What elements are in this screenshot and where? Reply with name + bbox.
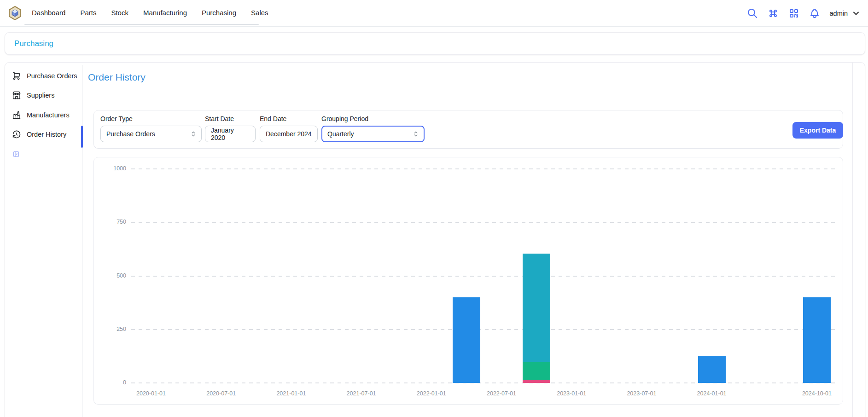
sidebar-item-label: Suppliers bbox=[27, 92, 54, 99]
y-axis-tick: 500 bbox=[94, 272, 126, 279]
y-gridline-1000 bbox=[131, 168, 838, 169]
export-data-button[interactable]: Export Data bbox=[792, 122, 843, 139]
x-axis-tick: 2023-01-01 bbox=[544, 390, 599, 397]
tab-parts[interactable]: Parts bbox=[73, 0, 104, 25]
navbar-actions: admin bbox=[747, 0, 861, 26]
x-axis-tick: 2024-10-01 bbox=[789, 390, 845, 397]
tab-dashboard[interactable]: Dashboard bbox=[24, 0, 73, 25]
sidebar-item-label: Manufacturers bbox=[27, 111, 70, 119]
y-gridline-250 bbox=[131, 329, 838, 330]
order-type-label: Order Type bbox=[100, 115, 202, 122]
y-axis-tick: 0 bbox=[94, 379, 126, 386]
qrcode-icon[interactable] bbox=[788, 8, 799, 19]
title-divider bbox=[88, 101, 855, 101]
filter-panel: Order Type Purchase Orders Start Date Ja… bbox=[93, 110, 843, 149]
page-title: Order History bbox=[88, 72, 146, 83]
x-axis-tick: 2021-07-01 bbox=[334, 390, 389, 397]
y-axis-tick: 1000 bbox=[94, 165, 126, 172]
sidebar-item-manufacturers[interactable]: Manufacturers bbox=[12, 108, 81, 122]
bar-2024-01-01-blue-segment[interactable] bbox=[698, 356, 726, 383]
selector-icon bbox=[190, 130, 197, 138]
end-date-input[interactable]: December 2024 bbox=[260, 126, 318, 142]
x-axis-tick: 2022-07-01 bbox=[474, 390, 529, 397]
chevron-down-icon bbox=[851, 9, 861, 18]
tab-manufacturing[interactable]: Manufacturing bbox=[136, 0, 194, 25]
tab-sales[interactable]: Sales bbox=[244, 0, 276, 25]
sidebar-divider bbox=[82, 65, 82, 417]
y-axis-tick: 250 bbox=[94, 326, 126, 332]
order-history-chart: 025050075010002020-01-012020-07-012021-0… bbox=[93, 157, 843, 405]
bar-2024-10-01-blue-segment[interactable] bbox=[803, 297, 831, 383]
grouping-period-value: Quarterly bbox=[327, 130, 354, 138]
end-date-label: End Date bbox=[260, 115, 318, 122]
bar-2022-10-01-pink-segment[interactable] bbox=[523, 380, 550, 383]
order-type-value: Purchase Orders bbox=[106, 130, 155, 138]
selector-icon bbox=[412, 130, 419, 138]
sidebar-item-order-history[interactable]: Order History bbox=[12, 127, 81, 141]
username-label: admin bbox=[830, 10, 848, 17]
scrollbar[interactable] bbox=[848, 63, 853, 417]
x-axis-tick: 2020-01-01 bbox=[123, 390, 179, 397]
app-window: DashboardPartsStockManufacturingPurchasi… bbox=[0, 0, 868, 417]
order-type-select[interactable]: Purchase Orders bbox=[100, 126, 202, 142]
grouping-period-select[interactable]: Quarterly bbox=[321, 126, 425, 142]
sidebar-item-purchase-orders[interactable]: Purchase Orders bbox=[12, 69, 81, 83]
bar-2022-04-01-blue-segment[interactable] bbox=[453, 297, 480, 383]
end-date-value: December 2024 bbox=[266, 130, 312, 138]
content-panel: Purchase OrdersSuppliersManufacturersOrd… bbox=[5, 62, 865, 417]
shopping-cart-icon bbox=[12, 71, 21, 81]
x-axis-tick: 2021-01-01 bbox=[263, 390, 319, 397]
user-menu[interactable]: admin bbox=[830, 9, 861, 18]
breadcrumb-panel: Purchasing bbox=[5, 32, 865, 55]
sidebar-collapse-icon[interactable] bbox=[12, 151, 20, 158]
start-date-input[interactable]: January 2020 bbox=[205, 126, 256, 142]
sidebar-item-label: Purchase Orders bbox=[27, 72, 77, 80]
building-store-icon bbox=[12, 91, 21, 100]
y-gridline-500 bbox=[131, 276, 838, 277]
sidebar-active-indicator bbox=[81, 126, 83, 148]
sidebar-item-suppliers[interactable]: Suppliers bbox=[12, 88, 81, 102]
history-icon bbox=[12, 130, 21, 139]
command-icon[interactable] bbox=[768, 8, 779, 19]
bell-icon[interactable] bbox=[809, 8, 820, 19]
x-axis-tick: 2022-01-01 bbox=[404, 390, 459, 397]
x-axis-tick: 2023-07-01 bbox=[614, 390, 669, 397]
x-axis-tick: 2020-07-01 bbox=[193, 390, 249, 397]
search-icon[interactable] bbox=[747, 8, 758, 19]
sidebar-item-label: Order History bbox=[27, 131, 66, 138]
breadcrumb[interactable]: Purchasing bbox=[14, 39, 53, 48]
top-navbar: DashboardPartsStockManufacturingPurchasi… bbox=[0, 0, 868, 27]
tab-stock[interactable]: Stock bbox=[104, 0, 136, 25]
app-logo-icon[interactable] bbox=[7, 6, 23, 21]
main-nav-tabs: DashboardPartsStockManufacturingPurchasi… bbox=[24, 0, 276, 25]
tab-purchasing[interactable]: Purchasing bbox=[194, 0, 244, 25]
grouping-period-label: Grouping Period bbox=[321, 115, 425, 122]
y-axis-tick: 750 bbox=[94, 219, 126, 225]
factory-icon bbox=[12, 110, 21, 120]
y-gridline-750 bbox=[131, 222, 838, 223]
start-date-label: Start Date bbox=[205, 115, 256, 122]
start-date-value: January 2020 bbox=[211, 127, 250, 141]
tabs-underline bbox=[24, 24, 259, 25]
y-gridline-0 bbox=[131, 382, 838, 383]
x-axis-tick: 2024-01-01 bbox=[684, 390, 740, 397]
